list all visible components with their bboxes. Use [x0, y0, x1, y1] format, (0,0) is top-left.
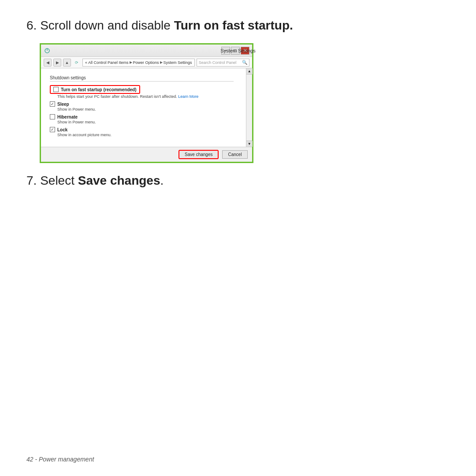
scroll-down-button[interactable]: ▼: [246, 141, 253, 147]
fast-startup-checkbox[interactable]: [53, 87, 59, 92]
address-path: « All Control Panel Items ▶ Power Option…: [82, 59, 195, 67]
step-7-bold: Save changes: [78, 174, 160, 187]
section-title: Shutdown settings: [50, 75, 234, 82]
step-7-heading: 7. Select Save changes.: [26, 173, 450, 189]
path-chevron-2: ▶: [160, 60, 163, 64]
sleep-checkbox[interactable]: [50, 101, 55, 107]
address-bar: ◀ ▶ ▲ ⟳ « All Control Panel Items ▶ Powe…: [41, 57, 252, 68]
lock-subtext: Show in account picture menu.: [57, 133, 234, 137]
hibernate-subtext: Show in Power menu.: [57, 120, 234, 124]
dialog-screenshot: System Settings − □ ✕ ◀ ▶ ▲ ⟳ « All Cont…: [40, 43, 253, 163]
fast-startup-label: Turn on fast startup (recommended): [61, 87, 137, 92]
scrollbar: ▲ ▼: [246, 68, 252, 147]
fast-startup-highlight: Turn on fast startup (recommended): [50, 85, 140, 94]
title-bar: System Settings − □ ✕: [41, 45, 252, 57]
cancel-button[interactable]: Cancel: [222, 150, 247, 159]
search-placeholder: Search Control Panel: [199, 60, 241, 65]
hibernate-row: Hibernate: [50, 114, 234, 119]
path-chevron-1: ▶: [130, 60, 132, 64]
step-7-prefix: 7. Select: [26, 174, 78, 187]
window-icon: [44, 47, 51, 54]
setting-hibernate: Hibernate Show in Power menu.: [50, 114, 234, 124]
step-7-period: .: [160, 174, 164, 187]
path-part-2: Power Options: [133, 60, 159, 65]
path-part-1: « All Control Panel Items: [85, 60, 129, 65]
path-part-3: System Settings: [164, 60, 192, 65]
dialog-body-wrapper: Shutdown settings Turn on fast startup (…: [41, 68, 252, 147]
lock-checkbox[interactable]: [50, 127, 55, 132]
search-field[interactable]: Search Control Panel 🔍: [197, 59, 249, 67]
setting-fast-startup: Turn on fast startup (recommended) This …: [50, 85, 234, 99]
page-footer: 42 - Power management: [26, 456, 94, 463]
save-changes-button[interactable]: Save changes: [178, 150, 219, 159]
sleep-row: Sleep: [50, 101, 234, 107]
title-bar-left: [44, 47, 51, 54]
hibernate-label: Hibernate: [57, 115, 78, 119]
fast-startup-subtext: This helps start your PC faster after sh…: [57, 94, 234, 99]
step-6-heading: 6. Scroll down and disable Turn on fast …: [26, 18, 450, 33]
step-6-bold: Turn on fast startup.: [174, 19, 293, 32]
title-bar-title: System Settings: [220, 48, 255, 53]
lock-label: Lock: [57, 127, 67, 132]
sleep-label: Sleep: [57, 102, 69, 107]
up-button[interactable]: ▲: [63, 59, 71, 67]
search-icon: 🔍: [242, 60, 247, 65]
hibernate-checkbox[interactable]: [50, 114, 55, 119]
forward-button[interactable]: ▶: [53, 59, 61, 67]
refresh-button: ⟳: [73, 59, 81, 67]
scroll-track: [246, 74, 252, 141]
dialog-footer: Save changes Cancel: [41, 147, 252, 162]
back-button[interactable]: ◀: [44, 59, 52, 67]
scroll-up-button[interactable]: ▲: [246, 68, 253, 74]
dialog-body: Shutdown settings Turn on fast startup (…: [45, 72, 242, 143]
lock-row: Lock: [50, 127, 234, 132]
setting-sleep: Sleep Show in Power menu.: [50, 101, 234, 112]
setting-lock: Lock Show in account picture menu.: [50, 127, 234, 137]
step-6-prefix: 6. Scroll down and disable: [26, 19, 174, 32]
sleep-subtext: Show in Power menu.: [57, 107, 234, 112]
page-content: 6. Scroll down and disable Turn on fast …: [0, 0, 476, 202]
learn-more-link[interactable]: Learn More: [178, 94, 198, 99]
